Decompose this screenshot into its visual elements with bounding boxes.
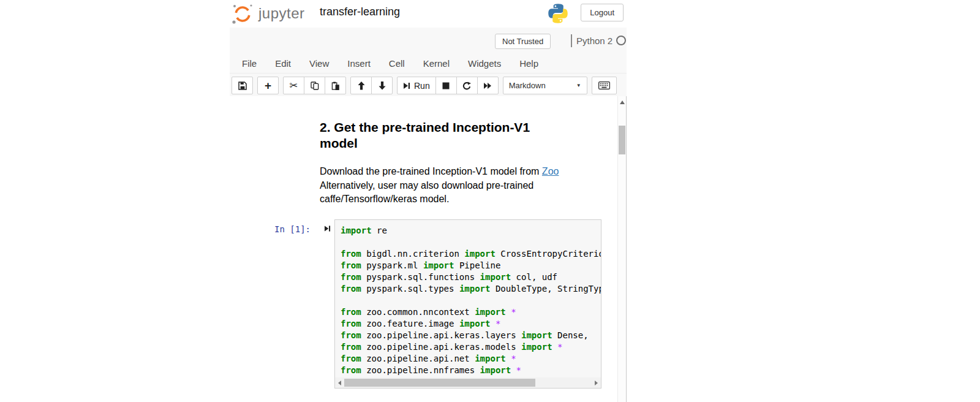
scroll-left-icon[interactable]	[338, 381, 341, 385]
floppy-save-icon	[238, 82, 247, 90]
code-line	[341, 237, 601, 248]
scroll-up-icon[interactable]	[620, 100, 625, 104]
menu-bar: File Edit View Insert Cell Kernel Widget…	[230, 53, 627, 74]
notebook-title[interactable]: transfer-learning	[320, 6, 400, 18]
code-line: from pyspark.sql.functions import col, u…	[341, 271, 601, 283]
code-line: from bigdl.nn.criterion import CrossEntr…	[341, 248, 601, 260]
move-group	[350, 77, 393, 94]
keyboard-icon	[598, 82, 610, 89]
code-line: from zoo.pipeline.api.net import *	[341, 353, 601, 365]
command-palette-button[interactable]	[592, 77, 617, 94]
insert-cell-button[interactable]: +	[257, 77, 279, 94]
code-line: from zoo.feature.image import *	[341, 318, 601, 330]
header: jupyter transfer-learning Logout	[230, 0, 627, 28]
menu-cell[interactable]: Cell	[389, 58, 405, 69]
markdown-heading: 2. Get the pre-trained Inception-V1 mode…	[320, 119, 534, 151]
input-prompt: In [1]:	[274, 224, 311, 234]
menubar-container: Not Trusted Python 2 File Edit View Inse…	[230, 28, 627, 96]
menu-view[interactable]: View	[309, 58, 329, 69]
restart-run-all-button[interactable]	[477, 77, 499, 94]
cell-type-dropdown[interactable]: Markdown ▼	[503, 77, 587, 94]
restart-kernel-button[interactable]	[456, 77, 478, 94]
code-line	[341, 295, 601, 306]
run-cell-button[interactable]: Run	[397, 77, 436, 94]
paragraph-text-after: Alternatively, user may also download pr…	[320, 180, 533, 205]
step-forward-icon	[403, 82, 410, 89]
chevron-down-icon: ▼	[576, 83, 581, 88]
interrupt-kernel-button[interactable]	[435, 77, 457, 94]
kernel-name-label: Python 2	[576, 36, 612, 46]
paste-icon	[331, 82, 340, 90]
move-cell-down-button[interactable]	[371, 77, 393, 94]
run-label: Run	[414, 81, 430, 91]
kernel-separator	[571, 34, 572, 47]
toolbar: + ✂	[232, 76, 627, 95]
code-line: from zoo.common.nncontext import *	[341, 306, 601, 318]
refresh-icon	[462, 82, 472, 90]
menu-help[interactable]: Help	[519, 58, 538, 69]
code-line: from pyspark.sql.types import DoubleType…	[341, 283, 601, 295]
menu-widgets[interactable]: Widgets	[468, 58, 501, 69]
horizontal-scrollbar-thumb[interactable]	[344, 379, 535, 387]
plus-icon: +	[265, 80, 271, 91]
run-this-cell-icon[interactable]	[324, 225, 331, 232]
vertical-scrollbar-thumb[interactable]	[619, 126, 625, 154]
menu-file[interactable]: File	[242, 58, 257, 69]
scissors-icon: ✂	[290, 81, 298, 91]
run-group: Run	[397, 77, 499, 94]
vertical-scrollbar[interactable]	[617, 96, 627, 402]
code-lines[interactable]: import re from bigdl.nn.criterion import…	[335, 220, 601, 377]
menu-insert[interactable]: Insert	[347, 58, 371, 69]
paste-cell-button[interactable]	[325, 77, 346, 94]
kernel-status-icon	[616, 36, 626, 45]
zoo-link[interactable]: Zoo	[542, 166, 559, 176]
jupyter-app: jupyter transfer-learning Logout Not Tru…	[230, 0, 627, 402]
copy-icon	[311, 82, 319, 90]
horizontal-scrollbar[interactable]	[335, 377, 601, 388]
arrow-down-icon	[379, 82, 386, 90]
menu-edit[interactable]: Edit	[275, 58, 291, 69]
code-line: from zoo.pipeline.api.keras.layers impor…	[341, 330, 601, 341]
jupyter-logo[interactable]: jupyter	[231, 1, 305, 26]
code-input-area[interactable]: import re from bigdl.nn.criterion import…	[334, 219, 601, 389]
jupyter-planet-icon	[231, 1, 254, 26]
code-line: from zoo.pipeline.nnframes import *	[341, 365, 601, 376]
paragraph-text-before: Download the pre-trained Inception-V1 mo…	[320, 166, 542, 176]
edit-group: ✂	[283, 77, 346, 94]
cut-cell-button[interactable]: ✂	[283, 77, 304, 94]
markdown-paragraph: Download the pre-trained Inception-V1 mo…	[320, 165, 564, 207]
move-cell-up-button[interactable]	[350, 77, 372, 94]
fast-forward-icon	[483, 82, 492, 89]
jupyter-logo-text: jupyter	[258, 5, 305, 22]
trust-status-button[interactable]: Not Trusted	[495, 34, 551, 49]
save-button[interactable]	[232, 77, 253, 94]
code-line: from pyspark.ml import Pipeline	[341, 260, 601, 271]
code-line: from zoo.pipeline.api.keras.models impor…	[341, 341, 601, 353]
logout-button[interactable]: Logout	[581, 4, 624, 21]
code-line: import re	[341, 225, 601, 237]
scroll-right-icon[interactable]	[595, 381, 598, 385]
code-cell[interactable]: In [1]: import re from bigdl.nn.criterio…	[230, 219, 617, 389]
python-logo-icon	[547, 2, 569, 25]
cell-type-value: Markdown	[509, 81, 546, 90]
copy-cell-button[interactable]	[304, 77, 325, 94]
arrow-up-icon	[358, 82, 365, 90]
notebook-container: 2. Get the pre-trained Inception-V1 mode…	[230, 96, 627, 402]
menu-kernel[interactable]: Kernel	[423, 58, 450, 69]
stop-icon	[442, 82, 450, 89]
